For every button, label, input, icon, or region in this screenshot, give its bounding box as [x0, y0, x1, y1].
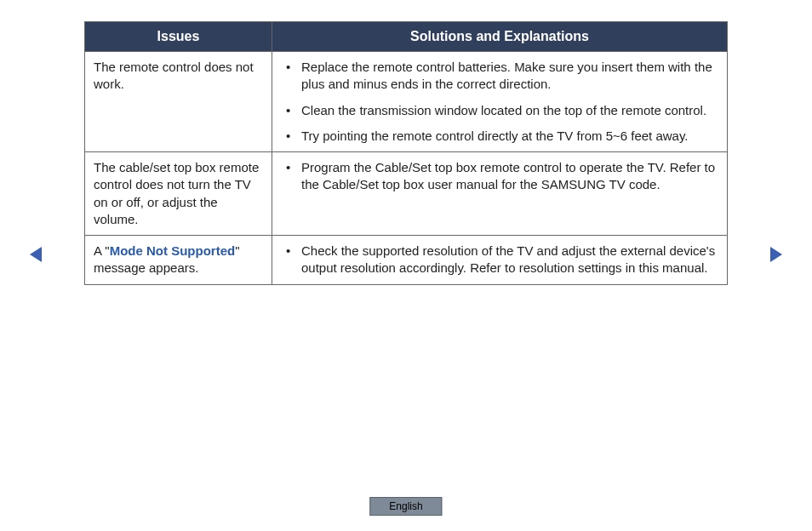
table-row: The remote control does not work. Replac…	[85, 52, 728, 152]
issue-cell: The remote control does not work.	[85, 52, 272, 152]
prev-page-arrow[interactable]	[30, 247, 42, 262]
issue-cell: The cable/set top box remote control doe…	[85, 152, 272, 236]
solution-item: Clean the transmission window located on…	[281, 102, 718, 119]
table-row: The cable/set top box remote control doe…	[85, 152, 728, 236]
table-row: A "Mode Not Supported" message appears. …	[85, 236, 728, 285]
solution-item: Check the supported resolution of the TV…	[281, 243, 718, 277]
header-solutions: Solutions and Explanations	[272, 22, 728, 52]
solution-cell: Program the Cable/Set top box remote con…	[272, 152, 728, 236]
language-badge: English	[369, 497, 442, 516]
issue-highlight-text: Mode Not Supported	[110, 243, 235, 258]
troubleshooting-table: Issues Solutions and Explanations The re…	[84, 21, 728, 285]
solution-cell: Check the supported resolution of the TV…	[272, 236, 728, 285]
solution-item: Program the Cable/Set top box remote con…	[281, 159, 718, 194]
solution-item: Try pointing the remote control directly…	[281, 128, 718, 145]
troubleshooting-table-container: Issues Solutions and Explanations The re…	[84, 21, 728, 285]
next-page-arrow[interactable]	[770, 247, 782, 262]
issue-text-prefix: A "	[94, 243, 110, 258]
issue-cell: A "Mode Not Supported" message appears.	[85, 236, 272, 285]
header-issues: Issues	[85, 22, 272, 52]
solution-item: Replace the remote control batteries. Ma…	[281, 59, 718, 94]
solution-cell: Replace the remote control batteries. Ma…	[272, 52, 728, 152]
